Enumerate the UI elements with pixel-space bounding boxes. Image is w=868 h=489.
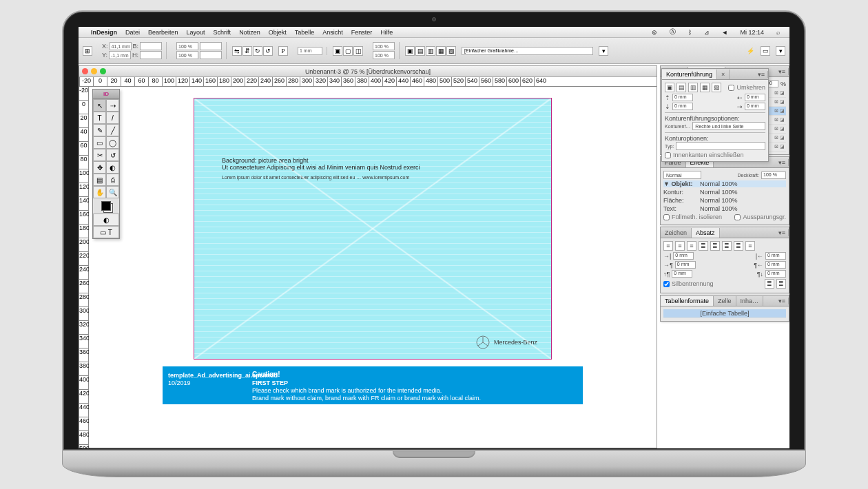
wrap-icon-4[interactable]: ▦ (436, 46, 446, 56)
scale-y-input[interactable]: 100 % (176, 51, 198, 59)
fx-row[interactable]: ▼ Objekt:Normal 100% (663, 180, 786, 187)
wrap-close-icon[interactable]: × (717, 70, 730, 79)
opacity-input[interactable]: 100 % (761, 171, 786, 179)
zoom-y-input[interactable]: 100 % (373, 51, 395, 59)
offset-right[interactable]: 0 mm (745, 103, 765, 110)
indent-right-input[interactable]: 0 mm (765, 252, 786, 260)
panel-menu-icon[interactable]: ▾ (599, 46, 608, 56)
wrap-around-icon[interactable]: ▤ (676, 83, 686, 92)
fit-icon-2[interactable]: ▢ (343, 46, 353, 56)
shear-input[interactable] (200, 51, 222, 59)
zoom-icon[interactable] (100, 68, 106, 74)
isolate-checkbox[interactable] (663, 214, 670, 220)
fx-row[interactable]: Fläche:Normal 100% (663, 197, 786, 204)
rotate-ccw-icon[interactable]: ↺ (263, 46, 273, 56)
artboard[interactable]: Background: picture area bright Ut conse… (194, 98, 552, 360)
page-text-block[interactable]: Background: picture area bright Ut conse… (222, 157, 420, 180)
menu-datei[interactable]: Datei (121, 29, 144, 36)
panel-menu-icon[interactable]: ▾≡ (776, 229, 789, 236)
tool-mode-0[interactable]: ◐ (93, 214, 119, 226)
tool-5[interactable]: ╱ (106, 124, 119, 136)
menu-hilfe[interactable]: Hilfe (376, 29, 397, 36)
align-center-icon[interactable]: ≡ (675, 241, 685, 251)
wrap-jump-icon[interactable]: ▦ (700, 83, 710, 92)
wrap-object-icon[interactable]: ▥ (688, 83, 698, 92)
justify-all-icon[interactable]: ≣ (734, 241, 743, 251)
dropcap-icon[interactable]: ≣ (765, 279, 774, 289)
y-input[interactable]: -1,1 mm (109, 51, 131, 59)
rotate-input[interactable] (200, 42, 222, 50)
tool-mode-1[interactable]: ▭ T (93, 226, 119, 238)
quick-apply[interactable]: [Einfacher Grafikrahme… (462, 47, 593, 55)
arrange-icon[interactable]: ▾ (776, 46, 785, 56)
tool-12[interactable]: ▤ (93, 174, 106, 186)
offset-bottom[interactable]: 0 mm (672, 103, 693, 110)
align-right-icon[interactable]: ≡ (687, 241, 696, 251)
w-input[interactable] (140, 42, 162, 50)
volume-icon[interactable]: ◄ (718, 29, 732, 36)
app-name[interactable]: InDesign (87, 29, 121, 36)
tool-11[interactable]: ◐ (106, 161, 119, 174)
offset-top[interactable]: 0 mm (672, 94, 693, 101)
scale-x-input[interactable]: 100 % (176, 42, 198, 50)
justify-center-icon[interactable]: ≣ (710, 241, 720, 251)
wifi-icon[interactable]: ⊿ (700, 29, 714, 36)
tool-9[interactable]: ↺ (106, 149, 119, 161)
panel-menu-icon[interactable]: ▾≡ (755, 71, 768, 78)
space-after-input[interactable]: 0 mm (765, 270, 786, 278)
panel-menu-icon[interactable]: ▾≡ (776, 298, 789, 304)
menu-bearbeiten[interactable]: Bearbeiten (144, 29, 183, 36)
space-before-input[interactable]: 0 mm (672, 270, 692, 278)
tools-palette[interactable]: ID ↖⇢T/✎╱▭◯✂↺✥◐▤⎙✋🔍◐▭ T (92, 89, 120, 239)
tool-4[interactable]: ✎ (93, 124, 106, 136)
menu-tabelle[interactable]: Tabelle (291, 29, 319, 36)
justify-left-icon[interactable]: ≣ (699, 241, 708, 251)
fx-row[interactable]: Kontur:Normal 100% (663, 189, 786, 196)
wrap-tab[interactable]: Konturenführung (662, 70, 717, 79)
type-select[interactable] (676, 142, 765, 150)
table-styles-panel[interactable]: Tabellenformate Zelle Inha… ▾≡ [Einfache… (660, 295, 789, 322)
fx-row[interactable]: Text:Normal 100% (663, 205, 786, 212)
close-icon[interactable] (82, 68, 88, 74)
bolt-icon[interactable]: ⚡ (745, 46, 755, 56)
panel-menu-icon[interactable]: ▾≡ (776, 68, 789, 75)
wrap-to-select[interactable]: Rechte und linke Seite (692, 122, 765, 130)
knockout-checkbox[interactable] (734, 214, 741, 220)
offset-left[interactable]: 0 mm (745, 94, 765, 101)
table-style-item[interactable]: [Einfache Tabelle] (663, 309, 786, 318)
wrap-icon-3[interactable]: ▥ (426, 46, 435, 56)
wrap-none-icon[interactable]: ▣ (665, 83, 674, 92)
spotlight-icon[interactable]: ⌕ (772, 29, 784, 36)
baseline-icon[interactable]: ≣ (776, 279, 786, 289)
cc-icon[interactable]: ⊚ (648, 29, 661, 36)
menu-layout[interactable]: Layout (183, 29, 209, 36)
clock[interactable]: Mi 12:14 (736, 29, 768, 36)
tool-1[interactable]: ⇢ (106, 99, 119, 112)
menu-ansicht[interactable]: Ansicht (318, 29, 347, 36)
ruler-vertical[interactable]: -200204060801001201401601802002202402602… (79, 87, 89, 448)
menu-schrift[interactable]: Schrift (209, 29, 236, 36)
wrap-next-icon[interactable]: ▧ (712, 83, 721, 92)
wrap-icon-1[interactable]: ▣ (405, 46, 415, 56)
blend-mode-select[interactable]: Normal (663, 171, 701, 179)
stroke-weight-input[interactable]: 1 mm (298, 47, 322, 55)
hyphenate-checkbox[interactable] (663, 281, 670, 287)
fill-stroke-swatch[interactable] (93, 198, 119, 214)
tool-13[interactable]: ⎙ (106, 174, 119, 186)
tab-zeichen[interactable]: Zeichen (661, 228, 692, 238)
tool-15[interactable]: 🔍 (106, 186, 119, 198)
tool-7[interactable]: ◯ (106, 136, 119, 149)
tab-zelle[interactable]: Zelle (714, 296, 736, 306)
paragraph-icon[interactable]: P (278, 46, 288, 56)
invert-checkbox[interactable] (728, 85, 734, 91)
zoom-x-input[interactable]: 100 % (373, 42, 395, 50)
tool-6[interactable]: ▭ (93, 136, 106, 149)
brand-mark[interactable]: Mercedes-Benz (476, 335, 537, 349)
last-line-input[interactable]: 0 mm (765, 261, 786, 269)
tab-absatz[interactable]: Absatz (692, 228, 720, 238)
menu-fenster[interactable]: Fenster (347, 29, 377, 36)
paragraph-panel[interactable]: Zeichen Absatz ▾≡ ≡ ≡ ≡ ≣ ≣ ≣ ≣ ≡ →|0 mm… (660, 227, 789, 293)
fit-icon-3[interactable]: ◫ (353, 46, 363, 56)
canvas[interactable]: Background: picture area bright Ut conse… (89, 87, 657, 448)
inner-edges-checkbox[interactable] (665, 152, 671, 158)
